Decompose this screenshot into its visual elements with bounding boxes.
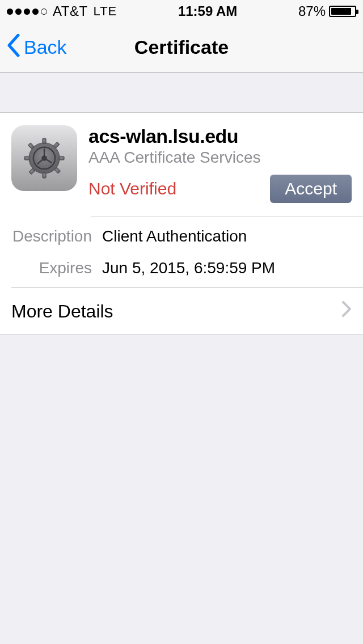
settings-gear-icon [11,125,77,191]
expires-value: Jun 5, 2015, 6:59:59 PM [102,259,275,277]
expires-label: Expires [11,259,102,277]
svg-rect-1 [43,138,46,144]
more-details-label: More Details [11,301,113,322]
description-label: Description [11,227,102,245]
more-details-row[interactable]: More Details [0,288,363,335]
status-time: 11:59 AM [178,3,237,19]
certificate-host: acs-wlan.lsu.edu [88,125,352,147]
status-left: AT&T LTE [7,3,117,19]
network-label: LTE [94,4,117,19]
status-bar: AT&T LTE 11:59 AM 87% [0,0,363,23]
certificate-status: Not Verified [88,179,176,198]
carrier-label: AT&T [53,3,88,19]
svg-rect-4 [59,156,65,160]
certificate-header: acs-wlan.lsu.edu AAA Certificate Service… [0,113,363,217]
certificate-panel: acs-wlan.lsu.edu AAA Certificate Service… [0,112,363,335]
back-button[interactable]: Back [7,34,67,61]
signal-strength-icon [7,9,47,15]
svg-rect-2 [43,173,46,179]
expires-row: Expires Jun 5, 2015, 6:59:59 PM [0,256,363,287]
accept-button[interactable]: Accept [270,175,352,203]
status-right: 87% [298,3,356,19]
description-row: Description Client Authentication [0,217,363,256]
chevron-left-icon [7,34,20,61]
description-value: Client Authentication [102,227,247,245]
svg-rect-3 [24,156,30,160]
back-label: Back [24,36,67,58]
chevron-right-icon [341,300,352,322]
battery-icon [329,6,356,17]
battery-percent: 87% [298,3,326,19]
certificate-issuer: AAA Certificate Services [88,149,352,167]
nav-bar: Back Certificate [0,23,363,73]
certificate-titles: acs-wlan.lsu.edu AAA Certificate Service… [88,125,352,203]
section-spacer [0,73,363,112]
